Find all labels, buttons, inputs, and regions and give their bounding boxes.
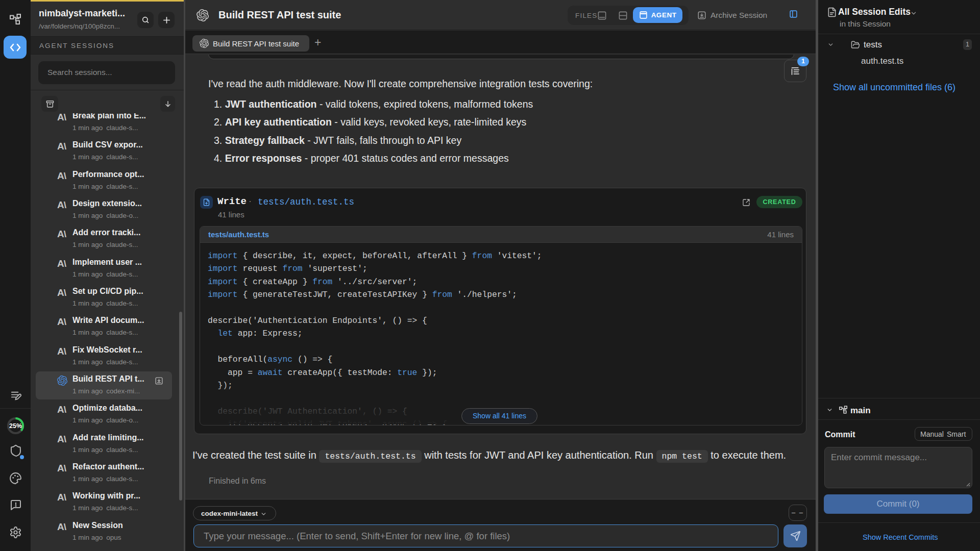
svg-text:25%: 25% — [9, 422, 22, 430]
